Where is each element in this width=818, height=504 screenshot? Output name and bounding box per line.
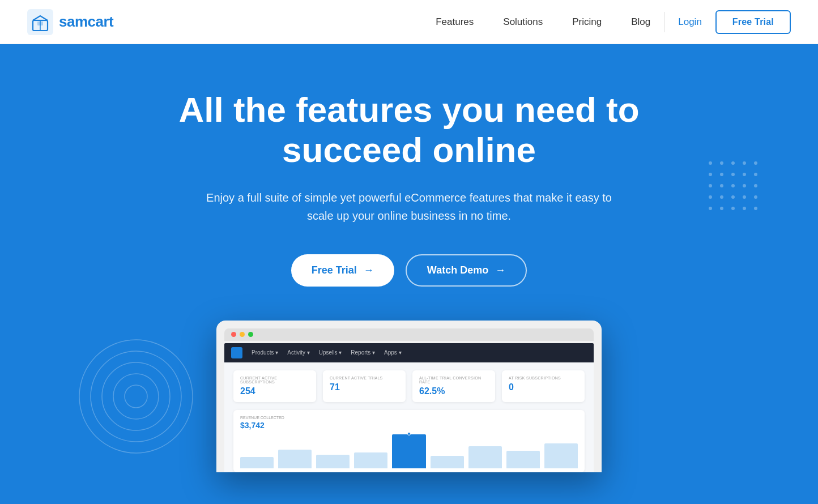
stat-label-1: CURRENT ACTIVE TRIALS [330,376,399,380]
hero-title: All the features you need to succeed onl… [165,89,653,170]
svg-point-23 [743,184,746,187]
stat-value-0: 254 [240,386,309,396]
stat-label-2: ALL-TIME TRIAL CONVERSION RATE [419,376,488,384]
deco-circles-left [74,334,198,459]
dot-yellow [240,332,245,337]
stat-value-3: 0 [509,382,578,392]
svg-point-27 [731,195,735,199]
svg-point-30 [709,207,712,210]
svg-point-29 [754,195,757,199]
svg-point-22 [731,184,735,187]
revenue-label: REVENUE COLLECTED [240,416,578,420]
svg-point-32 [731,207,735,210]
stat-value-1: 71 [330,382,399,392]
svg-point-19 [754,173,757,176]
hero-section: All the features you need to succeed onl… [0,44,818,504]
nav-free-trial-button[interactable]: Free Trial [715,10,791,34]
hero-free-trial-arrow: → [364,264,374,276]
nav-links: Features Solutions Pricing Blog [436,16,650,28]
laptop-top-bar [224,328,594,341]
dashboard-mockup: Products ▾ Activity ▾ Upsells ▾ Reports … [216,321,602,472]
stat-card-conversion: ALL-TIME TRIAL CONVERSION RATE 62.5% [412,370,495,402]
svg-point-10 [709,161,712,165]
stat-card-subscriptions: CURRENT ACTIVE SUBSCRIPTIONS 254 [233,370,316,402]
svg-point-18 [743,173,746,176]
hero-watch-demo-label: Watch Demo [427,264,488,276]
chart-bar-0 [240,457,274,468]
screen-stats-row: CURRENT ACTIVE SUBSCRIPTIONS 254 CURRENT… [233,370,585,402]
svg-point-6 [91,351,181,442]
laptop-screen: Products ▾ Activity ▾ Upsells ▾ Reports … [224,343,594,472]
hero-watch-demo-button[interactable]: Watch Demo → [406,254,527,287]
svg-point-31 [720,207,723,210]
screen-nav-logo [231,347,242,358]
screen-nav: Products ▾ Activity ▾ Upsells ▾ Reports … [224,343,594,362]
stat-value-2: 62.5% [419,386,488,396]
chart-bar-6 [468,446,502,468]
chart-bar-8 [544,443,578,468]
hero-subtitle: Enjoy a full suite of simple yet powerfu… [205,189,613,225]
stat-card-trials: CURRENT ACTIVE TRIALS 71 [323,370,406,402]
screen-nav-upsells: Upsells ▾ [319,349,342,356]
svg-rect-4 [37,22,43,25]
nav-pricing[interactable]: Pricing [572,16,602,27]
svg-point-13 [743,161,746,165]
logo-icon [27,9,53,35]
stat-label-0: CURRENT ACTIVE SUBSCRIPTIONS [240,376,309,384]
svg-point-28 [743,195,746,199]
nav-features[interactable]: Features [436,16,474,27]
stat-card-at-risk: AT RISK SUBSCRIPTIONS 0 [502,370,585,402]
svg-point-21 [720,184,723,187]
chart-bar-2 [316,455,350,468]
svg-point-14 [754,161,757,165]
nav-solutions[interactable]: Solutions [503,16,543,27]
deco-dots-right [705,157,784,237]
svg-point-17 [731,173,735,176]
svg-point-5 [79,340,193,453]
dot-red [231,332,236,337]
chart-bar-4 [392,434,425,468]
screen-nav-activity: Activity ▾ [287,349,309,356]
hero-buttons: Free Trial → Watch Demo → [291,254,527,287]
nav-blog[interactable]: Blog [631,16,650,27]
svg-point-15 [709,173,712,176]
revenue-chart-card: REVENUE COLLECTED $3,742 [233,410,585,472]
svg-point-25 [709,195,712,199]
screen-body: CURRENT ACTIVE SUBSCRIPTIONS 254 CURRENT… [224,362,594,472]
svg-point-24 [754,184,757,187]
chart-bar-7 [506,451,540,468]
dot-green [248,332,253,337]
screen-nav-apps: Apps ▾ [384,349,402,356]
screen-nav-reports: Reports ▾ [351,349,375,356]
nav-login[interactable]: Login [678,16,702,28]
chart-bar-3 [354,452,387,468]
navbar: samcart Features Solutions Pricing Blog … [0,0,818,44]
hero-free-trial-label: Free Trial [312,264,357,276]
svg-point-20 [709,184,712,187]
svg-point-12 [731,161,735,165]
nav-divider [664,12,664,32]
hero-watch-demo-arrow: → [495,264,505,276]
logo-link[interactable]: samcart [27,9,113,35]
chart-bars [240,434,578,468]
revenue-value: $3,742 [240,421,578,430]
svg-point-33 [743,207,746,210]
chart-bar-1 [278,450,312,468]
screen-nav-products: Products ▾ [252,349,278,356]
svg-point-9 [125,385,147,408]
chart-bar-5 [431,456,464,468]
hero-free-trial-button[interactable]: Free Trial → [291,254,394,287]
laptop-frame: Products ▾ Activity ▾ Upsells ▾ Reports … [216,321,602,472]
svg-point-7 [102,362,170,430]
logo-text: samcart [59,13,113,31]
svg-point-26 [720,195,723,199]
stat-label-3: AT RISK SUBSCRIPTIONS [509,376,578,380]
svg-point-8 [113,374,159,419]
svg-point-16 [720,173,723,176]
svg-point-34 [754,207,757,210]
svg-point-11 [720,161,723,165]
chart-bar-dot [407,432,411,435]
